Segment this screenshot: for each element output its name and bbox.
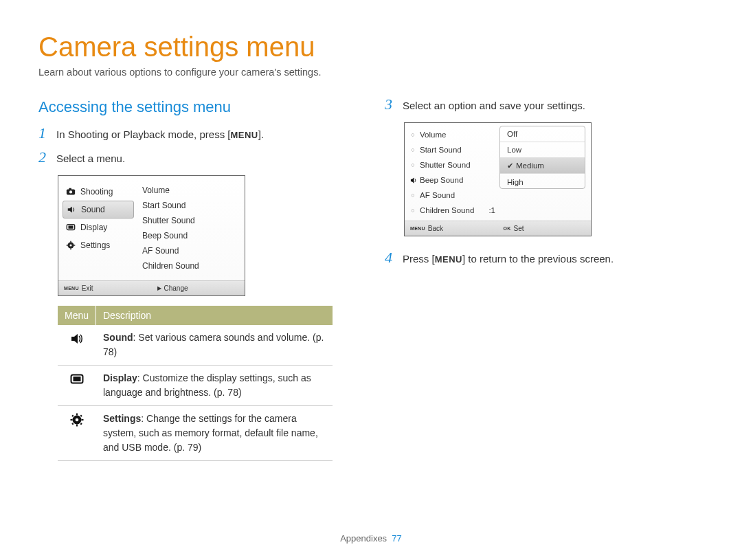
step-number: 2 <box>38 150 56 165</box>
svg-rect-16 <box>76 425 78 427</box>
header-description: Description <box>96 306 333 325</box>
menu-description-table: Menu Description Sound: Set various came… <box>58 306 333 461</box>
menu-item-display: Display <box>65 219 134 236</box>
page-subtitle: Learn about various options to configure… <box>38 67 704 78</box>
page: Camera settings menu Learn about various… <box>0 0 742 560</box>
row-text: : Set various camera sounds and volume. … <box>103 332 324 357</box>
menu-options-list: Volume Start Sound Shutter Sound Beep So… <box>134 176 203 280</box>
row-icon-cell <box>58 366 96 405</box>
opt-label: AF Sound <box>420 191 455 199</box>
option-shutter-sound: Shutter Sound <box>142 213 199 228</box>
menu-button-label: MENU <box>435 254 462 265</box>
table-row: Settings: Change the settings for the ca… <box>58 406 333 461</box>
svg-rect-10 <box>74 245 75 245</box>
step-number: 4 <box>385 250 403 265</box>
menu-label: Sound <box>81 205 105 214</box>
bullet-icon: ○ <box>410 192 416 199</box>
menu-label: Settings <box>80 240 110 250</box>
svg-point-14 <box>76 418 79 422</box>
gear-icon <box>65 240 76 251</box>
screenshot-body: Shooting Sound Display <box>58 176 245 280</box>
opt-label: Shutter Sound <box>420 161 471 169</box>
menu-item-sound: Sound <box>63 201 134 219</box>
header-menu: Menu <box>58 306 96 325</box>
step-text: Select a menu. <box>56 151 125 166</box>
value-label: Medium <box>516 161 544 170</box>
opt-start-sound: ○Start Sound <box>410 142 499 157</box>
footer-right: ▶ Change <box>152 284 245 292</box>
opt-shutter-sound: ○Shutter Sound <box>410 157 499 172</box>
gear-icon <box>70 413 84 427</box>
menu-item-settings: Settings <box>65 236 134 254</box>
row-icon-cell <box>58 325 96 365</box>
step-2: 2 Select a menu. <box>38 151 355 166</box>
svg-rect-8 <box>70 248 71 249</box>
page-footer: Appendixes 77 <box>0 533 742 544</box>
section-title: Accessing the settings menu <box>38 98 355 116</box>
opt-label: Children Sound <box>420 206 474 214</box>
value-off: Off <box>500 126 585 142</box>
row-title: Display <box>103 372 137 383</box>
speaker-icon <box>410 177 416 184</box>
value-low: Low <box>500 142 585 158</box>
bullet-icon: ○ <box>410 131 416 138</box>
step-text: Select an option and save your settings. <box>403 98 585 113</box>
set-label: Set <box>514 225 524 232</box>
opt-label: Start Sound <box>420 146 462 154</box>
screenshot-footer: MENU Back OK Set <box>405 221 591 236</box>
bullet-icon: ○ <box>410 146 416 153</box>
footer-right: OK Set <box>498 225 592 232</box>
menu-tag: MENU <box>64 286 79 291</box>
row-title: Settings <box>103 413 141 424</box>
screenshot-options: ○Volume ○Start Sound ○Shutter Sound Beep… <box>404 122 592 236</box>
menu-tag: MENU <box>410 226 425 231</box>
bullet-icon: ○ <box>410 161 416 168</box>
value-high: High <box>500 174 585 189</box>
display-icon <box>65 222 76 233</box>
row-description: Display: Customize the display settings,… <box>96 366 333 405</box>
step-4: 4 Press [MENU] to return to the previous… <box>385 251 701 266</box>
menu-categories: Shooting Sound Display <box>58 176 134 280</box>
svg-rect-19 <box>71 415 74 417</box>
columns: Accessing the settings menu 1 In Shootin… <box>38 98 704 461</box>
page-title: Camera settings menu <box>38 32 704 63</box>
table-row: Sound: Set various camera sounds and vol… <box>58 325 333 366</box>
svg-rect-15 <box>76 414 78 416</box>
option-start-sound: Start Sound <box>142 198 199 213</box>
row-description: Settings: Change the settings for the ca… <box>96 406 333 460</box>
row-description: Sound: Set various camera sounds and vol… <box>96 325 333 365</box>
right-column: 3 Select an option and save your setting… <box>385 98 701 461</box>
value-medium: ✔Medium <box>500 158 585 174</box>
bullet-icon: ○ <box>410 207 416 214</box>
svg-rect-9 <box>67 245 68 245</box>
svg-rect-21 <box>71 423 74 425</box>
svg-rect-1 <box>69 188 71 190</box>
step-1-pre: In Shooting or Playback mode, press [ <box>56 128 230 140</box>
menu-button-label: MENU <box>230 130 258 140</box>
screenshot-body: ○Volume ○Start Sound ○Shutter Sound Beep… <box>405 123 591 221</box>
opt-volume: ○Volume <box>410 127 499 142</box>
menu-label: Display <box>80 223 107 232</box>
menu-item-shooting: Shooting <box>65 183 134 201</box>
children-sound-value: :1 <box>488 206 499 214</box>
opt-label: Beep Sound <box>420 176 463 184</box>
check-icon: ✔ <box>507 161 513 170</box>
svg-rect-7 <box>70 241 71 243</box>
option-children-sound: Children Sound <box>142 258 199 273</box>
footer-left: MENU Back <box>405 225 498 232</box>
screenshot-footer: MENU Exit ▶ Change <box>58 280 245 295</box>
step-3: 3 Select an option and save your setting… <box>385 98 701 113</box>
svg-rect-20 <box>80 415 82 417</box>
svg-rect-4 <box>69 226 74 229</box>
step-4-pre: Press [ <box>403 253 435 265</box>
speaker-icon <box>66 204 77 215</box>
row-icon-cell <box>58 406 96 460</box>
svg-rect-22 <box>80 423 82 425</box>
arrow-right-icon: ▶ <box>157 285 161 291</box>
option-volume: Volume <box>142 183 199 198</box>
menu-label: Shooting <box>80 187 113 197</box>
step-4-post: ] to return to the previous screen. <box>462 253 614 265</box>
svg-point-6 <box>69 245 71 247</box>
speaker-icon <box>70 332 84 346</box>
exit-label: Exit <box>82 284 93 292</box>
